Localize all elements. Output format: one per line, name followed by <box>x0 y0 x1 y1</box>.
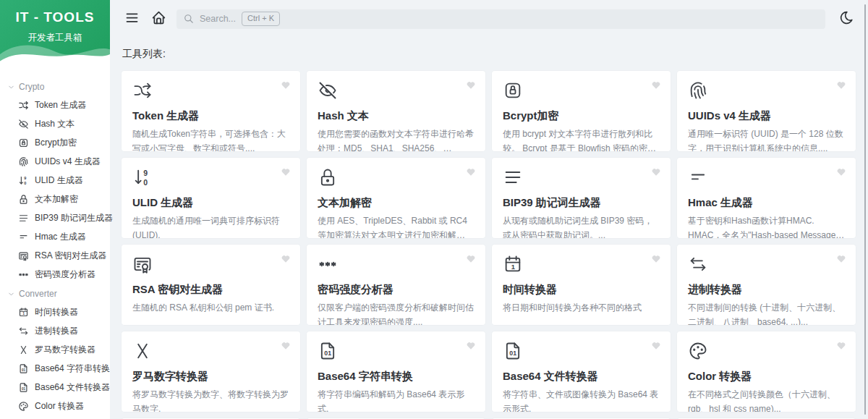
tool-card[interactable]: UUIDs v4 生成器通用唯一标识符 (UUID) 是一个 128 位数字，用… <box>677 71 856 151</box>
sidebar-item[interactable]: Hash 文本 <box>0 114 110 133</box>
equal-icon <box>18 232 29 242</box>
favorite-heart-icon[interactable] <box>466 167 476 177</box>
sidebar-item[interactable]: BIP39 助记词生成器 <box>0 208 110 227</box>
tool-card-description: 将日期和时间转换为各种不同的格式 <box>503 300 660 315</box>
favorite-heart-icon[interactable] <box>836 254 846 264</box>
tool-card[interactable]: 01Base64 字符串转换将字符串编码和解码为 Base64 表示形式. <box>307 331 485 412</box>
sidebar: IT - TOOLS 开发者工具箱 CryptoToken 生成器Hash 文本… <box>0 0 110 419</box>
sidebar-item[interactable]: Hmac 生成器 <box>0 227 110 246</box>
chevron-down-icon <box>7 290 15 298</box>
tool-card-description: 从现有或随机助记词生成 BIP39 密码，或从密码中获取助记词。... <box>503 213 660 238</box>
tool-card[interactable]: 文本加解密使用 AES、TripleDES、Rabbit 或 RC4 等加密算法… <box>307 158 485 238</box>
sidebar-item-label: 时间转换器 <box>35 306 78 318</box>
tool-card[interactable]: 进制转换器不同进制间的转换 (十进制、十六进制、二进制、八进制、base64, … <box>677 245 856 325</box>
shuffle-icon <box>132 80 153 101</box>
tool-card-description: 通用唯一标识符 (UUID) 是一个 128 位数字，用于识别计算机系统中的信息… <box>688 127 845 151</box>
favorite-heart-icon[interactable] <box>281 167 291 177</box>
tool-card-description: 随机生成Token字符串，可选择包含：大写或小写字母、数字和或符号.... <box>132 127 289 151</box>
sidebar-item[interactable]: 01Base64 字符串转换 <box>0 359 110 378</box>
sidebar-item-label: 罗马数字转换器 <box>35 344 95 356</box>
sidebar-item-label: UUIDs v4 生成器 <box>35 156 101 168</box>
scrollbar[interactable] <box>864 4 866 415</box>
sidebar-section-crypto[interactable]: Crypto <box>0 77 110 96</box>
sidebar-item[interactable]: UUIDs v4 生成器 <box>0 152 110 171</box>
tool-card[interactable]: Hmac 生成器基于密钥和Hash函数计算HMAC. HMAC，全名为"Hash… <box>677 158 856 238</box>
password-icon <box>18 269 29 280</box>
favorite-heart-icon[interactable] <box>281 80 291 90</box>
favorite-heart-icon[interactable] <box>466 254 476 264</box>
sidebar-item[interactable]: 1时间转换器 <box>0 302 110 321</box>
favorite-heart-icon[interactable] <box>836 80 846 90</box>
favorite-heart-icon[interactable] <box>651 80 661 90</box>
tool-card-description: 将字符串、文件或图像转换为 Base64 表示形式. <box>503 387 660 412</box>
favorite-heart-icon[interactable] <box>651 341 661 351</box>
favorite-heart-icon[interactable] <box>836 341 846 351</box>
align-justified-icon <box>503 167 523 187</box>
tool-card[interactable]: 密码强度分析器仅限客户端的密码强度分析和破解时间估计工具来发现密码的强度.... <box>307 245 485 325</box>
sidebar-item-label: Base64 文件转换器 <box>35 381 110 394</box>
arrows-left-right-icon <box>18 326 29 337</box>
home-button[interactable] <box>150 10 167 27</box>
favorite-heart-icon[interactable] <box>281 341 291 351</box>
tool-card[interactable]: RSA 密钥对生成器生随机的 RSA 私钥和公钥 pem 证书. <box>122 245 300 325</box>
tool-card[interactable]: 90ULID 生成器生成随机的通用唯一词典可排序标识符 (ULID). <box>122 158 300 238</box>
calendar-icon: 1 <box>18 307 29 318</box>
tool-card[interactable]: Hash 文本使用您需要的函数对文本字符串进行哈希处理：MD5、SHA1、SHA… <box>307 71 485 151</box>
sidebar-item-label: Token 生成器 <box>35 99 86 111</box>
menu-toggle-button[interactable] <box>123 10 140 27</box>
moon-icon <box>839 10 854 27</box>
search-input[interactable]: Search... Ctrl + K <box>176 9 825 29</box>
sidebar-item-label: ULID 生成器 <box>35 174 83 187</box>
sidebar-item[interactable]: Color 转换器 <box>0 397 110 415</box>
sidebar-item[interactable]: Bcrypt加密 <box>0 133 110 152</box>
favorite-heart-icon[interactable] <box>466 80 476 90</box>
topbar: Search... Ctrl + K <box>110 0 868 38</box>
svg-text:01: 01 <box>324 350 331 357</box>
favorite-heart-icon[interactable] <box>651 167 661 177</box>
sidebar-item[interactable]: 90ULID 生成器 <box>0 171 110 190</box>
sidebar-nav: CryptoToken 生成器Hash 文本Bcrypt加密UUIDs v4 生… <box>0 69 110 419</box>
tool-card[interactable]: 01Base64 文件转换器将字符串、文件或图像转换为 Base64 表示形式. <box>492 331 671 412</box>
sidebar-item[interactable]: 罗马数字转换器 <box>0 340 110 359</box>
file-digit-icon: 01 <box>18 382 29 393</box>
tool-card[interactable]: Color 转换器在不同格式之间转换颜色（十六进制、rgb、hsl 和 css … <box>677 331 856 412</box>
tool-card[interactable]: Token 生成器随机生成Token字符串，可选择包含：大写或小写字母、数字和或… <box>122 71 300 151</box>
favorite-heart-icon[interactable] <box>281 254 291 264</box>
letter-x-icon <box>132 341 153 361</box>
tool-card-description: 在不同格式之间转换颜色（十六进制、rgb、hsl 和 css name)... <box>688 387 845 412</box>
sidebar-item[interactable]: RSA 密钥对生成器 <box>0 246 110 265</box>
favorite-heart-icon[interactable] <box>651 254 661 264</box>
dark-mode-toggle[interactable] <box>838 10 855 27</box>
sidebar-section-label: Crypto <box>19 82 44 92</box>
tool-card[interactable]: Bcrypt加密使用 bcrypt 对文本字符串进行散列和比较。 Bcrypt … <box>492 71 671 151</box>
tool-card-title: Hmac 生成器 <box>688 196 845 210</box>
svg-text:01: 01 <box>22 386 26 390</box>
tool-card-description: 不同进制间的转换 (十进制、十六进制、二进制、八进制、base64, ...).… <box>688 300 845 325</box>
sort-descending-numbers-icon: 90 <box>18 175 29 186</box>
sidebar-item-label: 文本加解密 <box>35 193 78 206</box>
tool-card-description: 基于密钥和Hash函数计算HMAC. HMAC，全名为"Hash-based M… <box>688 213 845 238</box>
tool-card-title: 罗马数字转换器 <box>132 370 289 384</box>
sidebar-section-converter[interactable]: Converter <box>0 284 110 302</box>
search-shortcut-badge: Ctrl + K <box>242 12 280 25</box>
favorite-heart-icon[interactable] <box>466 341 476 351</box>
tool-card[interactable]: 1时间转换器将日期和时间转换为各种不同的格式 <box>492 245 671 325</box>
sidebar-item[interactable]: Token 生成器 <box>0 96 110 114</box>
tool-card[interactable]: 罗马数字转换器将罗马数字转换为数字、将数字转换为罗马数字. <box>122 331 300 412</box>
sidebar-item[interactable]: 字符格式转换 <box>0 415 110 419</box>
sidebar-item-label: 进制转换器 <box>35 325 78 337</box>
favorite-heart-icon[interactable] <box>836 167 846 177</box>
sidebar-item[interactable]: 密码强度分析器 <box>0 265 110 284</box>
svg-text:9: 9 <box>143 169 148 177</box>
eye-off-icon <box>318 80 338 101</box>
tool-card[interactable]: BIP39 助记词生成器从现有或随机助记词生成 BIP39 密码，或从密码中获取… <box>492 158 671 238</box>
sidebar-item[interactable]: 01Base64 文件转换器 <box>0 378 110 397</box>
svg-text:01: 01 <box>22 368 26 371</box>
sidebar-item[interactable]: 进制转换器 <box>0 321 110 340</box>
fingerprint-icon <box>18 156 29 167</box>
lock-icon <box>18 194 29 205</box>
sidebar-item[interactable]: 文本加解密 <box>0 190 110 208</box>
sidebar-item-label: Hmac 生成器 <box>35 231 86 243</box>
align-justified-icon <box>18 213 29 224</box>
page-title: 工具列表: <box>122 48 856 61</box>
